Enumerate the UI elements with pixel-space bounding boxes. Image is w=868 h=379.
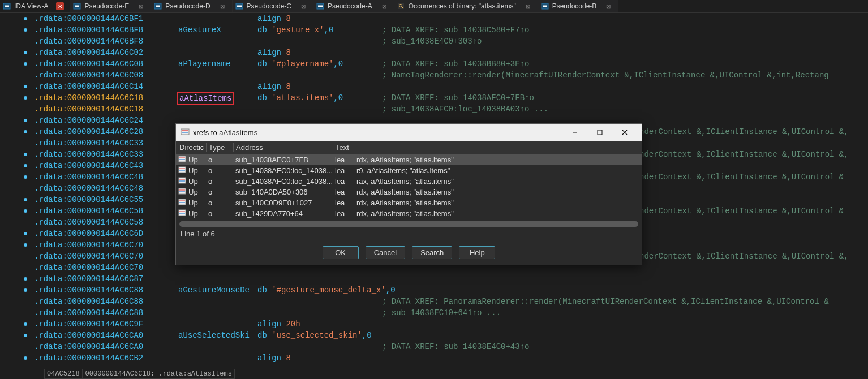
close-icon[interactable]: ⊠ bbox=[299, 2, 307, 10]
help-button[interactable]: Help bbox=[459, 246, 495, 259]
close-icon[interactable]: ⊠ bbox=[380, 2, 388, 10]
status-bar: 04AC5218 0000000144AC6C18: .rdata:aAtlas… bbox=[0, 368, 868, 379]
segment-address: .rdata:0000000144AC6C55 bbox=[34, 195, 143, 204]
string-literal: '#playername' bbox=[272, 59, 333, 68]
disasm-line[interactable]: .rdata:0000000144AC6C9Falign 20h bbox=[34, 318, 868, 330]
breakpoint-bullet[interactable] bbox=[24, 119, 27, 122]
xref-row[interactable]: Uposub_14038AFC0:loc_14038...lear9, aAtl… bbox=[176, 165, 642, 176]
breakpoint-bullet[interactable] bbox=[24, 85, 27, 88]
dialog-title: xrefs to aAtlasItems bbox=[193, 128, 257, 137]
svg-rect-34 bbox=[179, 178, 186, 183]
breakpoint-bullet[interactable] bbox=[24, 175, 27, 179]
disasm-line[interactable]: .rdata:0000000144AC6C88; sub_14038EC10+6… bbox=[34, 307, 868, 318]
segment-address: .rdata:0000000144AC6CB2 bbox=[34, 354, 143, 363]
breakpoint-bullet[interactable] bbox=[24, 288, 27, 292]
search-button[interactable]: Search bbox=[412, 246, 452, 259]
segment-address: .rdata:0000000144AC6C88 bbox=[34, 297, 143, 306]
disasm-line[interactable]: .rdata:0000000144AC6C87 bbox=[34, 273, 868, 285]
breakpoint-bullet[interactable] bbox=[24, 322, 27, 326]
tab-2[interactable]: Pseudocode-D⊠ bbox=[151, 0, 232, 12]
xrefs-table-body[interactable]: Uposub_14038AFC0+7FBleardx, aAtlasItems;… bbox=[176, 154, 642, 219]
breakpoint-bullet[interactable] bbox=[24, 153, 27, 156]
xref-row[interactable]: Uposub_14038AFC0+7FBleardx, aAtlasItems;… bbox=[176, 154, 642, 165]
disasm-line[interactable]: .rdata:0000000144AC6BF8; sub_14038E4C0+3… bbox=[34, 36, 868, 47]
col-direction[interactable]: Directic bbox=[176, 143, 206, 152]
disasm-line[interactable]: .rdata:0000000144AC6C88aGestureMouseDedb… bbox=[34, 285, 868, 296]
directive: align bbox=[257, 48, 281, 57]
search-icon bbox=[397, 2, 405, 10]
close-icon[interactable]: ⊠ bbox=[604, 2, 612, 10]
row-icon bbox=[176, 209, 188, 218]
disasm-line[interactable]: .rdata:0000000144AC6BF1align 8 bbox=[34, 13, 868, 24]
col-address[interactable]: Address bbox=[233, 143, 333, 152]
string-literal: 'use_selected_skin' bbox=[272, 331, 362, 340]
breakpoint-bullet[interactable] bbox=[24, 198, 27, 201]
close-icon[interactable]: ✕ bbox=[56, 2, 64, 10]
tab-4[interactable]: Pseudocode-A⊠ bbox=[313, 0, 394, 12]
close-icon[interactable]: ⊠ bbox=[137, 2, 145, 10]
horizontal-scrollbar[interactable] bbox=[179, 221, 638, 227]
disasm-line[interactable]: .rdata:0000000144AC6CA0; DATA XREF: sub_… bbox=[34, 341, 868, 352]
breakpoint-bullet[interactable] bbox=[24, 243, 27, 247]
tab-0[interactable]: IDA View-A✕ bbox=[0, 0, 70, 12]
close-icon[interactable]: ⊠ bbox=[524, 2, 532, 10]
disasm-line[interactable]: .rdata:0000000144AC6C08aPlayernamedb '#p… bbox=[34, 58, 868, 70]
tab-5[interactable]: Occurrences of binary: "atlas.items"⊠ bbox=[394, 0, 538, 12]
comment: ; NameTagRenderer::render(MinecraftUIRen… bbox=[382, 70, 829, 81]
cancel-button[interactable]: Cancel bbox=[366, 246, 405, 259]
disasm-line[interactable]: .rdata:0000000144AC6C88; DATA XREF: Pano… bbox=[34, 296, 868, 307]
xref-row[interactable]: Uposub_140A0DA50+306leardx, aAtlasItems;… bbox=[176, 187, 642, 197]
disasm-line[interactable]: .rdata:0000000144AC6C18aAtlasItemsdb 'at… bbox=[34, 92, 868, 104]
breakpoint-bullet[interactable] bbox=[24, 17, 27, 20]
directive: db bbox=[257, 286, 267, 295]
breakpoint-bullet[interactable] bbox=[24, 356, 27, 360]
breakpoint-bullet[interactable] bbox=[24, 96, 27, 100]
xrefs-table-header[interactable]: Directic Type Address Text bbox=[176, 141, 642, 154]
row-direction: Up bbox=[188, 156, 208, 164]
breakpoint-bullet[interactable] bbox=[24, 209, 27, 213]
minimize-button[interactable] bbox=[562, 124, 587, 141]
disasm-line[interactable]: .rdata:0000000144AC6CA0aUseSelectedSkidb… bbox=[34, 330, 868, 341]
tab-label: Pseudocode-C bbox=[247, 2, 291, 10]
breakpoint-bullet[interactable] bbox=[24, 334, 27, 337]
disasm-line[interactable]: .rdata:0000000144AC6C14align 8 bbox=[34, 81, 868, 92]
tab-6[interactable]: Pseudocode-B⊠ bbox=[538, 0, 619, 12]
ok-button[interactable]: OK bbox=[323, 246, 359, 259]
row-direction: Up bbox=[188, 166, 208, 175]
comment: ; sub_14038EC10+641↑o ... bbox=[382, 307, 501, 318]
segment-address: .rdata:0000000144AC6C02 bbox=[34, 48, 143, 57]
close-button[interactable] bbox=[612, 124, 637, 141]
xref-row[interactable]: Uposub_1429DA770+64leardx, aAtlasItems; … bbox=[176, 208, 642, 219]
disasm-line[interactable]: .rdata:0000000144AC6BF8aGestureXdb 'gest… bbox=[34, 24, 868, 36]
maximize-button[interactable] bbox=[587, 124, 612, 141]
disasm-line[interactable]: .rdata:0000000144AC6C02align 8 bbox=[34, 47, 868, 58]
tab-1[interactable]: Pseudocode-E⊠ bbox=[70, 0, 151, 12]
col-type[interactable]: Type bbox=[206, 143, 233, 152]
xref-row[interactable]: Uposub_140C0D9E0+1027leardx, aAtlasItems… bbox=[176, 197, 642, 208]
tab-label: Pseudocode-B bbox=[552, 2, 597, 10]
row-type: o bbox=[208, 177, 235, 186]
directive: align bbox=[257, 82, 281, 91]
tab-3[interactable]: Pseudocode-C⊠ bbox=[233, 0, 313, 12]
close-icon[interactable]: ⊠ bbox=[218, 2, 226, 10]
disasm-line[interactable]: .rdata:0000000144AC6C08; NameTagRenderer… bbox=[34, 70, 868, 81]
col-text[interactable]: Text bbox=[333, 143, 642, 152]
breakpoint-bullet[interactable] bbox=[24, 28, 27, 32]
align-value: 8 bbox=[286, 48, 290, 57]
breakpoint-bullet[interactable] bbox=[24, 232, 27, 235]
breakpoint-bullet[interactable] bbox=[24, 130, 27, 133]
breakpoint-bullet[interactable] bbox=[24, 62, 27, 66]
dialog-titlebar[interactable]: xrefs to aAtlasItems bbox=[176, 124, 642, 141]
document-icon bbox=[154, 2, 162, 10]
document-icon bbox=[73, 2, 81, 10]
breakpoint-bullet[interactable] bbox=[24, 164, 27, 167]
document-icon bbox=[235, 2, 243, 10]
disasm-line[interactable]: .rdata:0000000144AC6CB2align 8 bbox=[34, 352, 868, 364]
breakpoint-bullet[interactable] bbox=[24, 51, 27, 54]
align-value: 20h bbox=[286, 320, 300, 329]
xref-row[interactable]: Uposub_14038AFC0:loc_14038...learax, aAt… bbox=[176, 176, 642, 187]
breakpoint-bullet[interactable] bbox=[24, 277, 27, 281]
directive: db bbox=[257, 25, 267, 35]
align-value: 8 bbox=[286, 14, 290, 23]
disasm-line[interactable]: .rdata:0000000144AC6C18; sub_14038AFC0:l… bbox=[34, 104, 868, 115]
